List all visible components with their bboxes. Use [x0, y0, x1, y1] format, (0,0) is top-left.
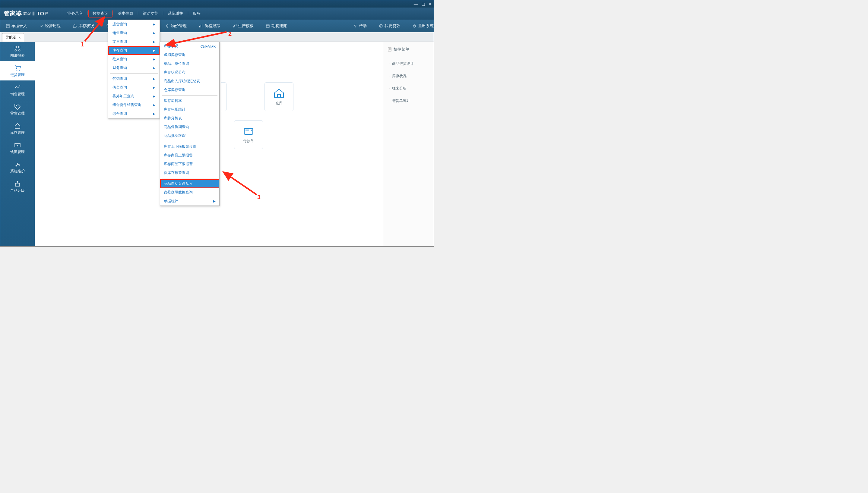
- tool-money[interactable]: ¥我要贷款: [379, 23, 400, 29]
- dd2-item[interactable]: 单据统计▶: [160, 197, 219, 206]
- tab-nav[interactable]: 导航图 ×: [2, 33, 24, 42]
- annotation-num-2: 2: [228, 30, 232, 37]
- sidebar-up[interactable]: 产品升级: [0, 177, 35, 196]
- svg-point-23: [16, 105, 17, 106]
- window-titlebar: — ◻ ×: [0, 0, 434, 7]
- dd1-item[interactable]: 组合套件销售查询▶: [108, 101, 160, 109]
- chevron-right-icon: ▶: [153, 31, 155, 35]
- rp-item[interactable]: 往来分析: [388, 82, 430, 94]
- dd2-item[interactable]: 负库存报警查询: [160, 168, 219, 177]
- dd2-item[interactable]: 库存商品上限报警: [160, 151, 219, 160]
- dd2-item[interactable]: 库存上下限报警设置: [160, 142, 219, 151]
- dd2-item[interactable]: 库存商品下限报警: [160, 160, 219, 168]
- tool-q[interactable]: ?帮助: [353, 23, 367, 29]
- chevron-right-icon: ▶: [153, 77, 155, 81]
- svg-point-21: [17, 70, 18, 70]
- tool-doc[interactable]: 单据录入: [6, 23, 27, 29]
- menu-basic-info[interactable]: 基本信息: [113, 9, 138, 18]
- bars-icon: [199, 24, 203, 28]
- dd2-item[interactable]: 商品保质期查询: [160, 123, 219, 131]
- dd2-item[interactable]: 商品自动盘盈盘亏: [160, 179, 219, 188]
- dd1-item[interactable]: 进货查询▶: [108, 20, 160, 29]
- sidebar-tag[interactable]: 零售管理: [0, 100, 35, 119]
- dd2-item[interactable]: 库存周转率: [160, 97, 219, 105]
- dd1-item[interactable]: 销售查询▶: [108, 29, 160, 37]
- menu-business-entry[interactable]: 业务录入: [63, 9, 87, 18]
- tool-cal[interactable]: 期初建账: [266, 23, 287, 29]
- dd2-item[interactable]: 单品、单位查询: [160, 59, 219, 68]
- tag-icon: [14, 103, 21, 110]
- minimize-button[interactable]: —: [414, 1, 418, 6]
- chevron-right-icon: ▶: [153, 40, 155, 43]
- tool-house[interactable]: 库存状况: [73, 23, 94, 29]
- toolbar: 单据录入经营历程库存状况规…销售统计物价管理价格跟踪生产模板期初建账?帮助¥我要…: [0, 20, 434, 32]
- dd1-item[interactable]: 往来查询▶: [108, 55, 160, 64]
- maximize-button[interactable]: ◻: [422, 1, 425, 6]
- sidebar-line[interactable]: 销售管理: [0, 81, 35, 100]
- menu-system[interactable]: 系统维护: [163, 9, 188, 18]
- chevron-right-icon: ▶: [153, 49, 155, 52]
- tool-power[interactable]: 退出系统: [412, 23, 434, 29]
- tab-close-icon[interactable]: ×: [19, 36, 21, 40]
- sidebar-cart[interactable]: 进货管理: [0, 61, 35, 81]
- sidebar-tools[interactable]: 系统维护: [0, 157, 35, 177]
- dd1-item[interactable]: 库存查询▶: [108, 46, 160, 55]
- chevron-right-icon: ▶: [153, 103, 155, 107]
- tool-gear[interactable]: 物价管理: [165, 23, 187, 29]
- dd2-item[interactable]: 库存状况分布: [160, 68, 219, 77]
- svg-rect-28: [15, 183, 20, 186]
- dd2-item[interactable]: 仓库库存查询: [160, 86, 219, 94]
- rp-item[interactable]: 商品进货统计: [388, 58, 430, 70]
- dd2-item[interactable]: 盘盈盘亏数据查询: [160, 188, 219, 197]
- dd2-item[interactable]: 商品出入库明细汇总表: [160, 77, 219, 86]
- chevron-right-icon: ▶: [153, 112, 155, 115]
- svg-rect-9: [202, 24, 202, 27]
- dd2-item[interactable]: 虚拟库存查询: [160, 51, 219, 59]
- tab-strip: 导航图 ×: [0, 32, 434, 42]
- dd1-item[interactable]: 委外加工查询▶: [108, 92, 160, 101]
- dd2-item[interactable]: 库存积压统计: [160, 105, 219, 114]
- dd1-item[interactable]: 综合查询▶: [108, 109, 160, 118]
- chevron-right-icon: ▶: [153, 66, 155, 70]
- sidebar-grid[interactable]: 图形报表: [0, 42, 35, 61]
- up-icon: [14, 180, 21, 187]
- sidebar-home[interactable]: 库存管理: [0, 119, 35, 138]
- dropdown-inventory-query: 库存状况Ctrl+Alt+K虚拟库存查询单品、单位查询库存状况分布商品出入库明细…: [160, 42, 220, 206]
- line-icon: [14, 84, 21, 90]
- dd1-item[interactable]: 财务查询▶: [108, 64, 160, 72]
- dd2-item[interactable]: 库存状况Ctrl+Alt+K: [160, 42, 219, 51]
- logo-version: Ⅱ TOP: [32, 10, 48, 17]
- tool-wrench[interactable]: 生产模板: [232, 23, 254, 29]
- close-button[interactable]: ×: [429, 1, 431, 6]
- rp-title: 快捷菜单: [388, 47, 430, 52]
- dd2-item[interactable]: 商品批次跟踪: [160, 131, 219, 140]
- tile-付款单[interactable]: 付款单: [234, 120, 263, 149]
- dd1-item[interactable]: 零售查询▶: [108, 37, 160, 46]
- annotation-num-1: 1: [81, 41, 84, 48]
- home-icon: [14, 122, 21, 129]
- tool-bars[interactable]: 价格跟踪: [199, 23, 220, 29]
- tile-icon: [243, 126, 254, 136]
- menu-data-query[interactable]: 数据查询: [88, 9, 112, 18]
- app-logo: 管家婆 辉煌 Ⅱ TOP: [4, 9, 48, 18]
- rp-item[interactable]: 进货单统计: [388, 94, 430, 107]
- annotation-num-3: 3: [257, 194, 261, 201]
- dd1-item[interactable]: 代销查询▶: [108, 74, 160, 83]
- tab-label: 导航图: [5, 35, 16, 40]
- dd2-item[interactable]: 库龄分析表: [160, 114, 219, 123]
- cal-icon: [266, 24, 270, 28]
- logo-main: 管家婆: [4, 9, 22, 18]
- rp-item[interactable]: 库存状况: [388, 70, 430, 82]
- left-sidebar: 图形报表进货管理销售管理零售管理库存管理¥钱流管理系统维护产品升级: [0, 42, 35, 246]
- dropdown-query: 进货查询▶销售查询▶零售查询▶库存查询▶往来查询▶财务查询▶代销查询▶借欠查询▶…: [108, 20, 160, 119]
- wrench-icon: [232, 24, 236, 28]
- tile-仓库[interactable]: 仓库: [265, 82, 293, 111]
- main-menu: 业务录入 | 数据查询 | 基本信息 | 辅助功能 | 系统维护 | 服务: [63, 9, 205, 18]
- right-panel: 快捷菜单 商品进货统计库存状况往来分析进货单统计: [383, 42, 434, 246]
- tool-chart[interactable]: 经营历程: [39, 23, 61, 29]
- menu-aux[interactable]: 辅助功能: [139, 9, 163, 18]
- sidebar-cash[interactable]: ¥钱流管理: [0, 138, 35, 157]
- menu-service[interactable]: 服务: [188, 9, 205, 18]
- dd1-item[interactable]: 借欠查询▶: [108, 83, 160, 92]
- svg-rect-30: [246, 130, 249, 130]
